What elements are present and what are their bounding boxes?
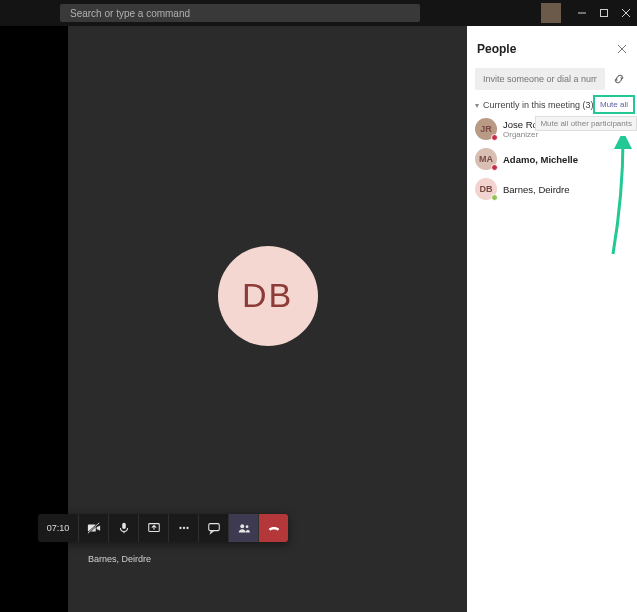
participant-name: Barnes, Deirdre xyxy=(503,184,570,195)
section-count: (3) xyxy=(583,100,594,110)
participant-text: Adamo, Michelle xyxy=(503,154,578,165)
avatar-initials: DB xyxy=(242,276,293,315)
participant-avatar: MA xyxy=(475,148,497,170)
close-button[interactable] xyxy=(615,0,637,26)
invite-row xyxy=(467,64,637,94)
people-panel: People ▾ Currently in this meeting (3) M… xyxy=(467,26,637,612)
participant-avatar: DB xyxy=(475,178,497,200)
meeting-stage: DB 07:10 xyxy=(68,26,467,612)
search-input[interactable]: Search or type a command xyxy=(60,4,420,22)
svg-point-10 xyxy=(179,527,181,529)
minimize-button[interactable] xyxy=(571,0,593,26)
participant-row[interactable]: MAAdamo, Michelle xyxy=(467,144,637,174)
more-actions-button[interactable] xyxy=(168,514,198,542)
svg-point-12 xyxy=(186,527,188,529)
participant-avatar-large: DB xyxy=(218,246,318,346)
chevron-down-icon: ▾ xyxy=(475,101,479,110)
share-button[interactable] xyxy=(138,514,168,542)
presence-indicator xyxy=(491,194,498,201)
currently-in-meeting-section[interactable]: ▾ Currently in this meeting (3) Mute all… xyxy=(467,94,637,114)
call-timer: 07:10 xyxy=(38,514,78,542)
mic-toggle[interactable] xyxy=(108,514,138,542)
titlebar: Search or type a command xyxy=(0,0,637,26)
people-panel-header: People xyxy=(467,26,637,64)
svg-rect-13 xyxy=(208,524,219,531)
svg-point-11 xyxy=(182,527,184,529)
close-panel-button[interactable] xyxy=(617,40,627,58)
participant-avatar: JR xyxy=(475,118,497,140)
mute-all-tooltip: Mute all other participants xyxy=(535,116,637,131)
presence-indicator xyxy=(491,164,498,171)
hangup-button[interactable] xyxy=(258,514,288,542)
speaker-name-label: Barnes, Deirdre xyxy=(88,554,151,564)
mute-all-button[interactable]: Mute all xyxy=(593,95,635,114)
maximize-button[interactable] xyxy=(593,0,615,26)
camera-toggle[interactable] xyxy=(78,514,108,542)
participant-row[interactable]: DBBarnes, Deirdre xyxy=(467,174,637,204)
svg-point-15 xyxy=(245,525,248,528)
participant-role: Organizer xyxy=(503,130,558,139)
window-controls xyxy=(541,0,637,26)
svg-rect-7 xyxy=(122,523,126,529)
user-avatar[interactable] xyxy=(541,3,561,23)
search-placeholder: Search or type a command xyxy=(70,8,190,19)
invite-input[interactable] xyxy=(475,68,605,90)
participants-button[interactable] xyxy=(228,514,258,542)
meeting-toolbar: 07:10 xyxy=(38,514,288,542)
copy-link-button[interactable] xyxy=(609,68,629,90)
svg-point-14 xyxy=(240,524,244,528)
participant-name: Adamo, Michelle xyxy=(503,154,578,165)
people-panel-title: People xyxy=(477,42,516,56)
section-label: Currently in this meeting xyxy=(483,100,580,110)
main-area: DB 07:10 xyxy=(0,26,637,612)
svg-rect-1 xyxy=(601,10,608,17)
presence-indicator xyxy=(491,134,498,141)
chat-button[interactable] xyxy=(198,514,228,542)
participant-text: Barnes, Deirdre xyxy=(503,184,570,195)
